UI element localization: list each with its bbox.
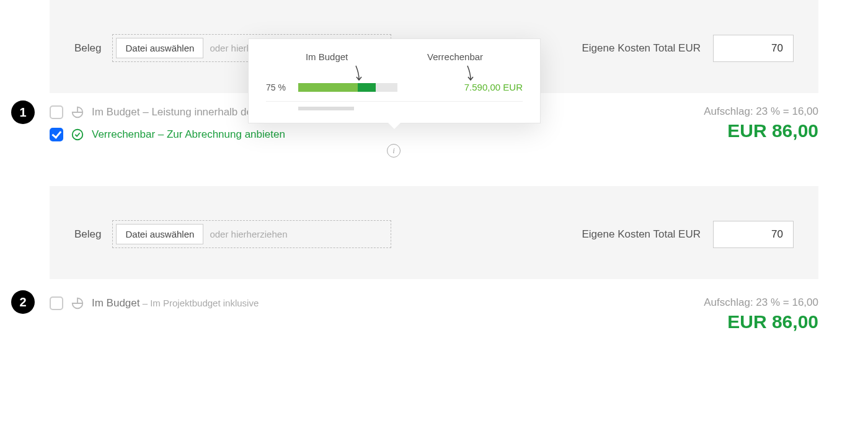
tooltip-percent: 75 % — [266, 82, 291, 92]
own-cost-group: Eigene Kosten Total EUR — [582, 35, 794, 62]
option-billable: Verrechenbar – Zur Abrechnung anbieten — [50, 128, 331, 141]
step-badge-2: 2 — [11, 290, 35, 314]
arrow-icon — [464, 65, 477, 82]
step-badge-1: 1 — [11, 100, 35, 124]
tooltip-progress-bar — [298, 83, 397, 92]
surcharge-text: Aufschlag: 23 % = 16,00 — [704, 105, 818, 118]
tooltip-head-budget: Im Budget — [306, 51, 348, 62]
check-circle-icon — [71, 128, 84, 141]
panel-2: Beleg Datei auswählen oder hierherziehen… — [50, 186, 818, 279]
tooltip-value: 7.590,00 EUR — [464, 82, 523, 92]
arrow-icon — [353, 65, 365, 82]
svg-point-0 — [73, 130, 83, 140]
total-amount: EUR 86,00 — [704, 311, 818, 332]
total-amount: EUR 86,00 — [704, 120, 818, 141]
file-hint: oder hierherziehen — [210, 229, 287, 239]
option-billable-label: Verrechenbar – Zur Abrechnung anbieten — [92, 128, 285, 141]
options-block-2: 2 Im Budget – Im Projektbudget inklusive… — [50, 279, 818, 351]
option-in-budget: Im Budget – Im Projektbudget inklusive — [50, 296, 259, 310]
beleg-row: Beleg Datei auswählen oder hierherziehen… — [74, 220, 794, 248]
info-icon[interactable]: i — [387, 144, 401, 158]
surcharge-text: Aufschlag: 23 % = 16,00 — [704, 296, 818, 309]
file-drop-zone[interactable]: Datei auswählen oder hierherziehen — [112, 220, 391, 248]
checkbox-in-budget[interactable] — [50, 105, 63, 119]
beleg-label: Beleg — [74, 228, 101, 241]
tooltip-head-billable: Verrechenbar — [427, 51, 483, 62]
tooltip-bar-shadow — [298, 107, 354, 110]
own-cost-label: Eigene Kosten Total EUR — [582, 228, 701, 241]
beleg-label: Beleg — [74, 42, 101, 55]
own-cost-group: Eigene Kosten Total EUR — [582, 221, 794, 248]
checkbox-in-budget[interactable] — [50, 296, 63, 310]
piechart-icon — [71, 296, 84, 310]
file-select-button[interactable]: Datei auswählen — [116, 38, 203, 58]
own-cost-input[interactable] — [713, 221, 794, 248]
file-select-button[interactable]: Datei auswählen — [116, 224, 203, 244]
own-cost-label: Eigene Kosten Total EUR — [582, 42, 701, 55]
checkbox-billable[interactable] — [50, 128, 63, 141]
own-cost-input[interactable] — [713, 35, 794, 62]
piechart-icon — [71, 105, 84, 119]
option-in-budget-label: Im Budget – Im Projektbudget inklusive — [92, 297, 259, 309]
budget-tooltip: Im Budget Verrechenbar 75 % 7.590,00 EUR — [248, 38, 541, 123]
